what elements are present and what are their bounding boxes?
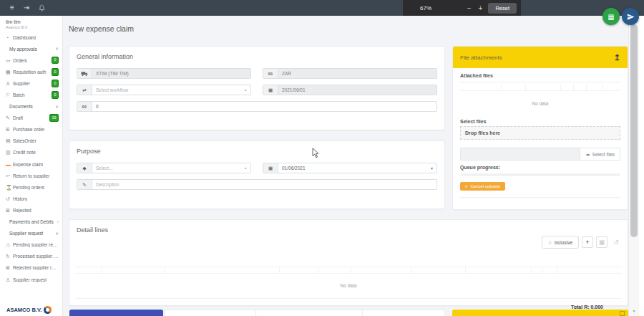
employee-field[interactable]: XTIM (TIM TIM) xyxy=(77,68,251,79)
upload-icon[interactable]: ↥ xyxy=(614,53,620,62)
page-title: New expense claim xyxy=(69,24,134,33)
sidebar-item-label: Dashboard xyxy=(13,35,36,40)
sidebar-item-label: Batch xyxy=(13,92,25,97)
sidebar-item-salesorder[interactable]: ▤ SalesOrder xyxy=(0,135,62,147)
user-name: tim tim xyxy=(6,19,57,24)
supplier-request-icon: ♙ xyxy=(6,277,13,282)
scroll-down-icon[interactable]: ▼ xyxy=(629,309,639,313)
vertical-scrollbar[interactable]: ▲ ▼ xyxy=(628,16,639,316)
sidebar-item-supplier-request[interactable]: ♙ Supplier request xyxy=(0,274,62,285)
sidebar-item-label: Pending supplier request xyxy=(13,242,59,247)
next-section-yellow-header[interactable] xyxy=(452,310,628,316)
cancel-uploads-button[interactable]: × Cancel uploads xyxy=(460,182,505,191)
logout-icon[interactable]: ⇥ xyxy=(24,4,29,11)
queue-progress-bar xyxy=(460,173,620,176)
sidebar-item-return-to-supplier[interactable]: ↩ Return to supplier xyxy=(0,170,62,181)
claim-date-field[interactable]: ▦ 2021/06/01 xyxy=(263,85,437,95)
sidebar-item-rejected[interactable]: ⊠ Rejected xyxy=(0,204,62,216)
inclusive-toggle[interactable]: ○ Inclusive xyxy=(542,236,579,249)
sidebar-item-batch[interactable]: ⚐ Batch 0 xyxy=(0,89,62,100)
file-input[interactable] xyxy=(461,148,580,160)
batch-icon: ⚐ xyxy=(6,92,13,97)
column-header xyxy=(165,267,280,273)
menu-icon[interactable]: ≡ xyxy=(10,4,14,11)
detail-lines-controls: ○ Inclusive + ▣ ↺ xyxy=(542,236,622,249)
column-header xyxy=(574,85,587,90)
mouse-cursor xyxy=(312,148,319,158)
sidebar-item-history[interactable]: ↺ History xyxy=(0,193,62,204)
drop-files-zone[interactable]: Drop files here xyxy=(460,126,620,140)
sidebar-item-pending-orders[interactable]: ⌛ Pending orders xyxy=(0,181,62,193)
save-fab-button[interactable]: ▦ xyxy=(602,8,620,25)
sidebar: tim tim Asamco B.V. ◔ Dashboard My appro… xyxy=(0,16,63,316)
currency-value: ZAR xyxy=(278,71,295,76)
requisition-icon: ▦ xyxy=(6,70,13,75)
save-lines-button[interactable]: ▣ xyxy=(596,236,608,248)
scrollbar-thumb[interactable] xyxy=(630,24,638,237)
grid-icon: ▦ xyxy=(608,13,614,21)
sidebar-item-requisition-auth[interactable]: ▦ Requisition auth 0 xyxy=(0,66,62,77)
no-data-label: No data xyxy=(69,274,628,298)
sidebar-item-rejected-supplier-request[interactable]: ⊠ Rejected supplier request xyxy=(0,262,62,274)
attached-files-table-header xyxy=(460,85,620,91)
file-attachments-body: Attached files No data Select files Drop… xyxy=(453,68,628,198)
next-section-row xyxy=(164,310,445,316)
reset-zoom-button[interactable]: Reset xyxy=(488,3,517,14)
dropdown-caret-icon: ‣ xyxy=(244,166,250,171)
bell-icon[interactable] xyxy=(39,4,45,11)
sidebar-group-supplier-request[interactable]: Supplier request ∨ xyxy=(0,228,62,239)
sidebar-item-credit-note[interactable]: ▥ Credit note xyxy=(0,147,62,158)
count-badge: 0 xyxy=(52,57,59,64)
next-section-blue-header[interactable] xyxy=(69,310,163,316)
sidebar-group-payments-and-debits[interactable]: Payments and Debits › xyxy=(0,216,62,228)
purpose-date-field[interactable]: ▦ 01/06/2021 ▾ xyxy=(263,163,437,173)
main-content: New expense claim General information XT… xyxy=(63,16,628,316)
zoom-out-button[interactable]: − xyxy=(467,4,472,12)
zoom-in-button[interactable]: + xyxy=(479,4,483,12)
claim-date-value: 2021/06/01 xyxy=(278,87,309,92)
amount-field[interactable]: 00 0 xyxy=(77,101,437,112)
amount-value: 0 xyxy=(92,104,102,109)
currency-field[interactable]: 00 ZAR xyxy=(263,68,437,79)
sidebar-item-supplier[interactable]: ♙ Supplier 0 xyxy=(0,77,62,89)
sidebar-item-processed-supplier-request[interactable]: ↻ Processed supplier request xyxy=(0,251,62,262)
processed-supplier-request-icon: ↻ xyxy=(6,254,13,259)
sidebar-item-expense-claim[interactable]: ▬ Expense claim xyxy=(0,158,62,170)
tag-icon: ◆ xyxy=(77,163,92,173)
column-header xyxy=(411,267,466,273)
divider xyxy=(460,197,620,198)
sidebar-item-purchase-order[interactable]: ⊞ Purchase order xyxy=(0,124,62,135)
topbar: ≡ ⇥ 67% − + Reset xyxy=(0,0,644,16)
count-badge: 0 xyxy=(52,68,59,76)
radio-circle-icon: ○ xyxy=(548,240,551,245)
select-files-button[interactable]: ☁ Select files xyxy=(580,148,620,160)
currency-icon: 00 xyxy=(263,69,278,78)
truck-icon xyxy=(77,69,92,78)
send-fab-button[interactable] xyxy=(622,8,639,25)
description-field[interactable]: ✎ Description xyxy=(77,179,437,190)
chevron-icon: › xyxy=(57,219,59,224)
chevron-icon: ∨ xyxy=(55,104,59,110)
undo-button[interactable]: ↺ xyxy=(610,236,622,248)
sidebar-item-draft[interactable]: ✎ Draft 15 xyxy=(0,112,62,124)
sidebar-item-label: My approvals xyxy=(9,47,37,52)
upload-icon-small xyxy=(620,311,625,316)
close-icon: × xyxy=(465,184,468,188)
sidebar-group-documents[interactable]: Documents ∨ xyxy=(0,101,62,112)
sidebar-item-orders[interactable]: ▭ Orders 0 xyxy=(0,54,62,66)
sidebar-item-label: Pending orders xyxy=(13,185,44,190)
workflow-placeholder: Select workflow xyxy=(92,87,132,92)
sidebar-item-pending-supplier-request[interactable]: ⚠ Pending supplier request xyxy=(0,239,62,251)
sidebar-group-my-approvals[interactable]: My approvals ∨ xyxy=(0,43,62,54)
attached-files-label: Attached files xyxy=(460,73,620,82)
purpose-select[interactable]: ◆ Select... ‣ xyxy=(77,163,251,173)
add-line-button[interactable]: + xyxy=(582,236,593,248)
calendar-icon: ▦ xyxy=(263,163,278,173)
workflow-select[interactable]: ⇄ Select workflow ‣ xyxy=(77,85,251,95)
column-header xyxy=(551,267,557,273)
sidebar-item-dashboard[interactable]: ◔ Dashboard xyxy=(0,32,62,43)
browser-zoom-overlay: 67% − + Reset xyxy=(403,0,521,16)
chevron-icon: ∨ xyxy=(55,46,59,52)
column-header xyxy=(587,85,598,90)
cloud-upload-icon: ☁ xyxy=(585,151,590,157)
